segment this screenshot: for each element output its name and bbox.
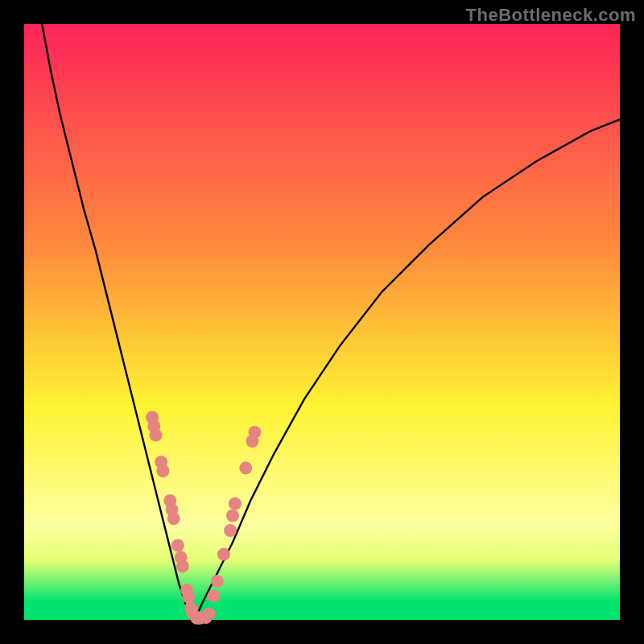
watermark-label: TheBottleneck.com	[466, 5, 636, 26]
data-marker	[167, 512, 180, 525]
data-marker	[217, 548, 230, 561]
data-marker	[202, 608, 215, 621]
data-marker	[229, 497, 242, 510]
data-marker	[182, 591, 195, 604]
data-marker	[226, 510, 239, 522]
data-marker	[171, 539, 184, 552]
chart-container: TheBottleneck.com	[0, 0, 644, 644]
data-marker	[248, 426, 261, 439]
data-marker	[207, 589, 220, 602]
data-marker	[211, 575, 224, 588]
bottleneck-chart	[0, 0, 644, 644]
data-marker	[176, 559, 189, 572]
data-marker	[156, 464, 169, 477]
data-marker	[224, 524, 237, 537]
data-marker	[150, 429, 163, 442]
data-marker	[239, 461, 252, 474]
